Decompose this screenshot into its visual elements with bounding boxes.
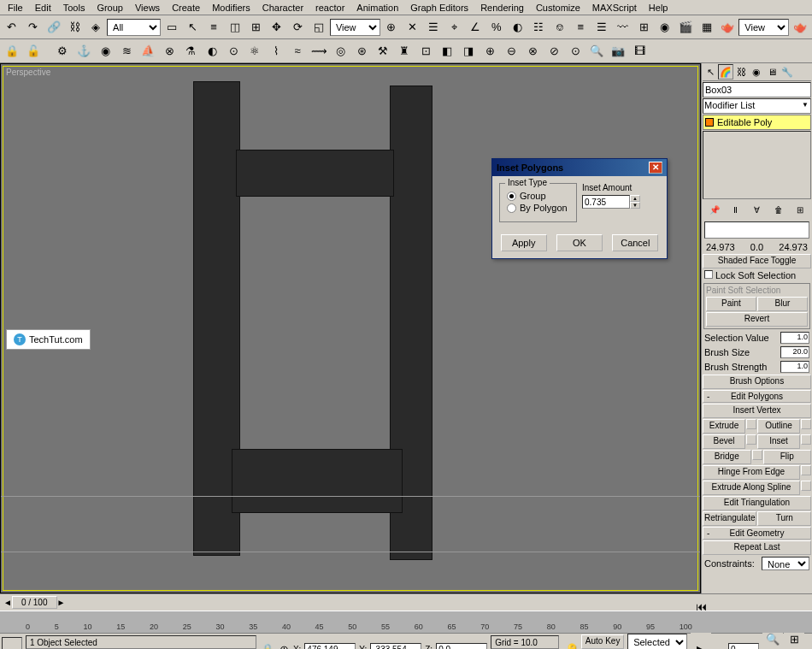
- spinner-snap-icon[interactable]: ◐: [508, 17, 528, 38]
- menu-grapheditors[interactable]: Graph Editors: [404, 1, 474, 15]
- paint-button[interactable]: Paint: [706, 297, 756, 311]
- menu-character[interactable]: Character: [256, 1, 309, 15]
- selval-spinner[interactable]: 1.0: [780, 332, 809, 344]
- render-scene-icon[interactable]: 🎬: [675, 17, 696, 38]
- reactor-12-icon[interactable]: ≈: [287, 41, 308, 62]
- menu-create[interactable]: Create: [166, 1, 206, 15]
- schematic-icon[interactable]: ⊞: [633, 17, 654, 38]
- object-name-field[interactable]: Box03: [703, 82, 811, 97]
- bypolygon-radio[interactable]: By Polygon: [507, 203, 569, 213]
- x-coord[interactable]: [304, 643, 356, 650]
- menu-maxscript[interactable]: MAXScript: [586, 1, 643, 15]
- reactor-16-icon[interactable]: ⚒: [373, 41, 393, 62]
- menu-file[interactable]: File: [2, 1, 29, 15]
- insert-vertex-button[interactable]: Insert Vertex: [703, 404, 811, 418]
- reactor-26-icon[interactable]: 🔍: [586, 41, 607, 62]
- render-type-icon[interactable]: ▦: [697, 17, 717, 38]
- extrspline-settings[interactable]: [801, 481, 811, 491]
- autokey-button[interactable]: Auto Key: [581, 634, 624, 649]
- reactor-22-icon[interactable]: ⊖: [501, 41, 521, 62]
- move-icon[interactable]: ✥: [267, 17, 287, 38]
- dialog-titlebar[interactable]: Inset Polygons ✕: [492, 159, 667, 176]
- bevel-settings[interactable]: [746, 434, 756, 445]
- angle-snap-icon[interactable]: ∠: [465, 17, 485, 38]
- motion-tab-icon[interactable]: ◉: [749, 64, 764, 80]
- brush-options-button[interactable]: Brush Options: [703, 375, 811, 389]
- cancel-button[interactable]: Cancel: [612, 234, 658, 251]
- extrude-spline-button[interactable]: Extrude Along Spline: [703, 481, 800, 495]
- flip-button[interactable]: Flip: [763, 450, 812, 464]
- retriangulate-button[interactable]: Retriangulate: [703, 511, 756, 526]
- extrude-button[interactable]: Extrude: [703, 419, 745, 434]
- unlink-icon[interactable]: ⛓: [65, 17, 85, 38]
- outline-button[interactable]: Outline: [757, 419, 800, 434]
- make-unique-icon[interactable]: ∀: [750, 202, 765, 217]
- selection-filter[interactable]: All: [107, 19, 161, 36]
- show-result-icon[interactable]: Ⅱ: [728, 202, 744, 217]
- key-icon[interactable]: 🔑: [562, 640, 578, 650]
- ref-coord-system[interactable]: View: [330, 19, 380, 36]
- reactor-20-icon[interactable]: ◨: [458, 41, 479, 62]
- link-icon[interactable]: 🔗: [44, 17, 64, 38]
- revert-button[interactable]: Revert: [706, 312, 808, 327]
- manipulate-icon[interactable]: ☰: [423, 17, 444, 38]
- stack-toggle-icon[interactable]: [705, 118, 714, 127]
- mirror-icon[interactable]: ⎊: [550, 17, 570, 38]
- reactor-21-icon[interactable]: ⊕: [480, 41, 500, 62]
- track-bar[interactable]: 0510152025303540455055606570758085909510…: [0, 611, 812, 633]
- menu-rendering[interactable]: Rendering: [474, 1, 530, 15]
- ok-button[interactable]: OK: [556, 234, 603, 251]
- render-preset[interactable]: View: [738, 19, 789, 36]
- menu-modifiers[interactable]: Modifiers: [206, 1, 256, 15]
- reactor-25-icon[interactable]: ⊙: [565, 41, 585, 62]
- z-coord[interactable]: [436, 643, 487, 650]
- reactor-19-icon[interactable]: ◧: [437, 41, 457, 62]
- reactor-28-icon[interactable]: 🎞: [629, 41, 650, 62]
- shaded-face-toggle[interactable]: Shaded Face Toggle: [703, 254, 811, 268]
- display-tab-icon[interactable]: 🖥: [764, 64, 780, 80]
- menu-tools[interactable]: Tools: [57, 1, 91, 15]
- restrict-x-icon[interactable]: ✕: [403, 17, 423, 38]
- constraints-dropdown[interactable]: None: [762, 557, 809, 570]
- reactor-13-icon[interactable]: ⟿: [309, 41, 329, 62]
- group-radio[interactable]: Group: [507, 191, 569, 201]
- create-tab-icon[interactable]: ↖: [703, 64, 718, 80]
- script-listener[interactable]: [2, 637, 22, 650]
- layers-icon[interactable]: ☰: [591, 17, 612, 38]
- menu-animation[interactable]: Animation: [350, 1, 404, 15]
- reactor-3-icon[interactable]: ◉: [95, 41, 115, 62]
- inset-amount-input[interactable]: [582, 195, 630, 209]
- teapot-icon[interactable]: 🫖: [790, 17, 810, 38]
- menu-customize[interactable]: Customize: [530, 1, 586, 15]
- modifier-stack-area[interactable]: [703, 131, 811, 199]
- scale-icon[interactable]: ◱: [309, 17, 329, 38]
- hierarchy-tab-icon[interactable]: ⛓: [733, 64, 749, 80]
- hinge-button[interactable]: Hinge From Edge: [703, 465, 800, 480]
- turn-button[interactable]: Turn: [757, 511, 811, 526]
- apply-button[interactable]: Apply: [501, 234, 547, 251]
- rotate-icon[interactable]: ⟳: [288, 17, 309, 38]
- reactor-27-icon[interactable]: 📷: [608, 41, 628, 62]
- menu-edit[interactable]: Edit: [29, 1, 57, 15]
- lock-icon[interactable]: 🔒: [2, 41, 22, 62]
- reactor-14-icon[interactable]: ◎: [330, 41, 350, 62]
- bridge-button[interactable]: Bridge: [703, 450, 751, 464]
- reactor-6-icon[interactable]: ⊗: [159, 41, 179, 62]
- modify-tab-icon[interactable]: 🌈: [718, 64, 733, 80]
- modifier-list[interactable]: Modifier List: [703, 98, 811, 114]
- remove-mod-icon[interactable]: 🗑: [771, 202, 786, 217]
- pin-stack-icon[interactable]: 📌: [707, 202, 722, 217]
- reactor-11-icon[interactable]: ⌇: [266, 41, 286, 62]
- select-icon[interactable]: ▭: [162, 17, 182, 38]
- reactor-5-icon[interactable]: ⛵: [138, 41, 158, 62]
- menu-views[interactable]: Views: [129, 1, 166, 15]
- menu-reactor[interactable]: reactor: [309, 1, 350, 15]
- coord-mode-icon[interactable]: ⊕: [279, 640, 290, 650]
- keymode-dropdown[interactable]: Selected: [627, 634, 687, 650]
- cursor-icon[interactable]: ↖: [183, 17, 203, 38]
- reactor-1-icon[interactable]: ⚙: [52, 41, 73, 62]
- reactor-8-icon[interactable]: ◐: [202, 41, 222, 62]
- reactor-7-icon[interactable]: ⚗: [180, 41, 201, 62]
- play-icon[interactable]: ▶: [691, 640, 711, 650]
- inset-settings[interactable]: [801, 434, 811, 445]
